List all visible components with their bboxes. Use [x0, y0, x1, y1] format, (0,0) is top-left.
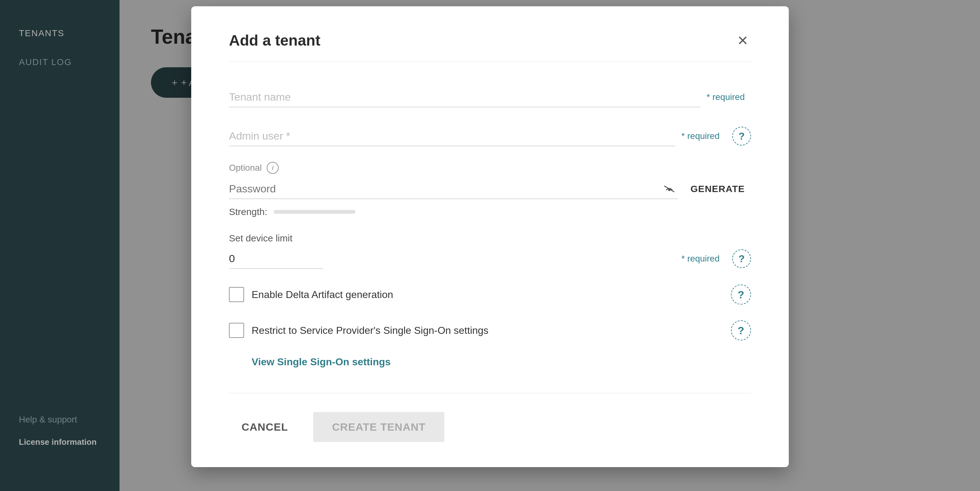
device-limit-row: * required ? — [229, 249, 751, 269]
device-limit-label: Set device limit — [229, 233, 751, 244]
admin-user-input[interactable] — [229, 126, 675, 146]
sso-restrict-checkbox[interactable] — [229, 323, 244, 338]
password-row: GENERATE — [229, 179, 751, 199]
strength-row: Strength: — [229, 207, 751, 217]
delta-artifact-label: Enable Delta Artifact generation — [251, 289, 723, 300]
close-icon: × — [738, 30, 748, 50]
sso-restrict-label: Restrict to Service Provider's Single Si… — [251, 325, 723, 336]
admin-user-help-icon[interactable]: ? — [732, 127, 751, 146]
device-limit-required: * required — [681, 254, 726, 264]
modal-footer: CANCEL CREATE TENANT — [229, 393, 751, 442]
sso-restrict-row: Restrict to Service Provider's Single Si… — [229, 320, 751, 340]
cancel-button[interactable]: CANCEL — [229, 415, 301, 439]
admin-user-header: * required ? — [229, 126, 751, 146]
tenant-name-input-wrapper — [229, 87, 700, 107]
delta-artifact-checkbox[interactable] — [229, 287, 244, 302]
toggle-password-icon[interactable] — [663, 182, 675, 195]
sso-help-icon[interactable]: ? — [731, 320, 751, 340]
admin-user-required: * required — [681, 131, 726, 141]
optional-row: Optional i — [229, 162, 751, 174]
modal-title: Add a tenant — [229, 32, 320, 49]
delta-artifact-help-icon[interactable]: ? — [731, 284, 751, 305]
device-limit-section: Set device limit * required ? — [229, 233, 751, 269]
tenant-name-input[interactable] — [229, 87, 700, 107]
device-limit-help-icon[interactable]: ? — [732, 249, 751, 268]
admin-user-input-wrapper — [229, 126, 675, 146]
delta-artifact-row: Enable Delta Artifact generation ? — [229, 284, 751, 305]
tenant-name-required: * required — [707, 92, 751, 102]
optional-label: Optional — [229, 163, 262, 173]
password-input-wrapper — [229, 179, 678, 199]
create-tenant-button[interactable]: CREATE TENANT — [313, 412, 445, 442]
strength-bar — [274, 210, 355, 214]
strength-label: Strength: — [229, 207, 267, 217]
svg-point-0 — [668, 189, 671, 191]
tenant-name-row: * required — [229, 87, 751, 107]
close-button[interactable]: × — [734, 32, 751, 49]
modal-header: Add a tenant × — [229, 32, 751, 62]
add-tenant-modal: Add a tenant × * required * required — [191, 6, 789, 467]
admin-user-section: * required ? — [229, 126, 751, 146]
view-sso-settings-link[interactable]: View Single Sign-On settings — [229, 356, 751, 368]
generate-password-button[interactable]: GENERATE — [684, 180, 751, 197]
password-section: Optional i — [229, 162, 751, 217]
password-input[interactable] — [229, 179, 678, 199]
optional-info-icon[interactable]: i — [267, 162, 278, 174]
modal-overlay: Add a tenant × * required * required — [0, 0, 980, 491]
device-limit-input[interactable] — [229, 249, 323, 269]
tenant-name-section: * required — [229, 87, 751, 107]
